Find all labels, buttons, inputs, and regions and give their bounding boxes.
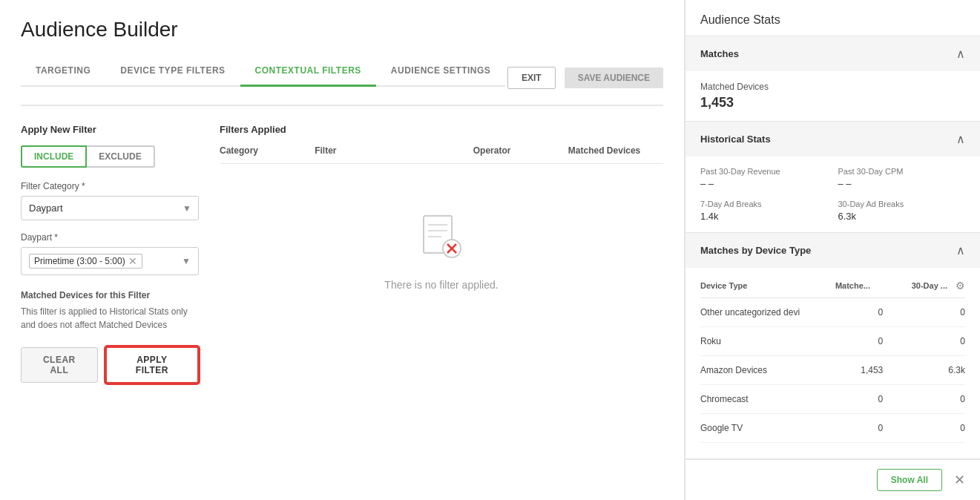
past-30-revenue-label: Past 30-Day Revenue [700,167,828,176]
device-table-header: Device Type Matche... 30-Day ... ⚙ [700,274,965,298]
col-filter: Filter [315,145,473,156]
close-panel-button[interactable]: ✕ [954,472,965,488]
tabs-row: TARGETING DEVICE TYPE FILTERS CONTEXTUAL… [21,56,663,106]
exclude-button[interactable]: EXCLUDE [87,145,154,168]
col-category: Category [220,145,315,156]
table-row: Other uncategorized devi 0 0 [700,298,965,327]
table-row: Chromecast 0 0 [700,385,965,414]
thirty-day-value: 6.3k [838,211,966,222]
device-col-matches-header: Matche... [805,281,882,290]
device-type-section: Matches by Device Type ∧ Device Type Mat… [685,233,980,459]
seven-day-breaks: 7-Day Ad Breaks 1.4k [700,200,828,222]
filter-form: Apply New Filter INCLUDE EXCLUDE Filter … [21,124,199,384]
filters-applied-section: Filters Applied Category Filter Operator… [220,124,663,384]
matched-devices-for-filter-label: Matched Devices for this Filter [21,290,199,300]
exit-button[interactable]: EXIT [507,67,556,89]
empty-state: There is no filter applied. [220,170,663,335]
tag-input-arrow: ▼ [182,256,191,266]
historical-stats-content: Past 30-Day Revenue – – Past 30-Day CPM … [685,157,980,232]
device-col-type-header: Device Type [700,281,805,290]
past-30-cpm-value: – – [838,178,966,189]
daypart-tag-remove[interactable]: ✕ [128,256,137,266]
device-type-section-title: Matches by Device Type [700,245,811,256]
left-panel: Audience Builder TARGETING DEVICE TYPE F… [0,0,685,500]
matches-section-header[interactable]: Matches ∧ [685,36,980,71]
tab-contextual-filters[interactable]: CONTEXTUAL FILTERS [240,56,376,87]
device-matches-1: 0 [813,336,895,346]
include-button[interactable]: INCLUDE [21,145,87,168]
filters-table-header: Category Filter Operator Matched Devices [220,145,663,164]
filter-category-select-wrapper: Daypart Genre Network ▼ [21,196,199,220]
historical-stats-header[interactable]: Historical Stats ∧ [685,122,980,157]
tabs: TARGETING DEVICE TYPE FILTERS CONTEXTUAL… [21,56,505,87]
daypart-tag-text: Primetime (3:00 - 5:00) [34,256,125,266]
thirty-day-breaks: 30-Day Ad Breaks 6.3k [838,200,966,222]
col-matched-devices: Matched Devices [568,145,663,156]
table-row: Roku 0 0 [700,327,965,356]
device-table: Device Type Matche... 30-Day ... ⚙ Other… [700,274,965,443]
action-buttons: CLEAR ALL APPLY FILTER [21,346,199,384]
past-30-revenue: Past 30-Day Revenue – – [700,167,828,189]
show-all-button[interactable]: Show All [877,469,942,491]
tab-targeting[interactable]: TARGETING [21,56,105,87]
matches-content: Matched Devices 1,453 [685,71,980,121]
device-type-0: Other uncategorized devi [700,307,813,318]
device-type-2: Amazon Devices [700,365,813,375]
col-operator: Operator [473,145,568,156]
seven-day-value: 1.4k [700,211,828,222]
right-panel-footer: Show All ✕ [685,459,980,500]
gear-icon[interactable]: ⚙ [956,280,965,292]
empty-text: There is no filter applied. [384,279,498,291]
matched-devices-stat-label: Matched Devices [700,82,965,92]
page-title: Audience Builder [21,18,663,42]
apply-filter-button[interactable]: APPLY FILTER [105,346,199,384]
tab-audience-settings[interactable]: AUDIENCE SETTINGS [376,56,506,87]
matched-devices-stat-value: 1,453 [700,95,965,111]
filters-table: Category Filter Operator Matched Devices [220,145,663,335]
device-type-section-header[interactable]: Matches by Device Type ∧ [685,233,980,268]
matches-section-title: Matches [700,48,739,59]
device-matches-3: 0 [813,394,895,404]
matched-devices-note: This filter is applied to Historical Sta… [21,305,199,332]
device-type-content: Device Type Matche... 30-Day ... ⚙ Other… [685,268,980,458]
device-30day-0: 0 [895,307,965,318]
device-col-30day-header: 30-Day ... [882,281,947,290]
device-30day-2: 6.3k [895,365,965,375]
historical-stats-title: Historical Stats [700,134,771,145]
filter-category-label: Filter Category * [21,181,199,191]
device-matches-4: 0 [813,423,895,433]
apply-new-filter-title: Apply New Filter [21,124,199,135]
table-row: Google TV 0 0 [700,414,965,443]
past-30-cpm: Past 30-Day CPM – – [838,167,966,189]
device-30day-1: 0 [895,336,965,346]
daypart-tag-input[interactable]: Primetime (3:00 - 5:00) ✕ ▼ [21,247,199,275]
two-col-layout: Apply New Filter INCLUDE EXCLUDE Filter … [21,124,663,384]
matches-section: Matches ∧ Matched Devices 1,453 [685,36,980,122]
matches-collapse-icon: ∧ [956,47,965,61]
empty-icon [421,214,462,269]
hist-grid: Past 30-Day Revenue – – Past 30-Day CPM … [700,167,965,222]
table-row: Amazon Devices 1,453 6.3k [700,356,965,385]
past-30-cpm-label: Past 30-Day CPM [838,167,966,176]
audience-stats-title: Audience Stats [685,0,980,36]
device-type-4: Google TV [700,423,813,433]
tab-actions: EXIT SAVE AUDIENCE [507,67,663,95]
device-type-collapse-icon: ∧ [956,243,965,257]
device-30day-4: 0 [895,423,965,433]
device-type-3: Chromecast [700,394,813,404]
right-panel: Audience Stats Matches ∧ Matched Devices… [685,0,980,500]
tab-device-type-filters[interactable]: DEVICE TYPE FILTERS [105,56,240,87]
thirty-day-label: 30-Day Ad Breaks [838,200,966,208]
daypart-tag: Primetime (3:00 - 5:00) ✕ [29,254,142,269]
historical-collapse-icon: ∧ [956,132,965,146]
historical-stats-section: Historical Stats ∧ Past 30-Day Revenue –… [685,122,980,233]
filters-applied-title: Filters Applied [220,124,663,135]
filter-category-select[interactable]: Daypart Genre Network [21,196,199,220]
clear-all-button[interactable]: CLEAR ALL [21,347,98,383]
device-matches-2: 1,453 [813,365,895,375]
daypart-label: Daypart * [21,232,199,243]
save-audience-button: SAVE AUDIENCE [565,68,663,88]
seven-day-label: 7-Day Ad Breaks [700,200,828,208]
device-type-1: Roku [700,336,813,346]
device-col-settings-header: ⚙ [947,280,965,292]
